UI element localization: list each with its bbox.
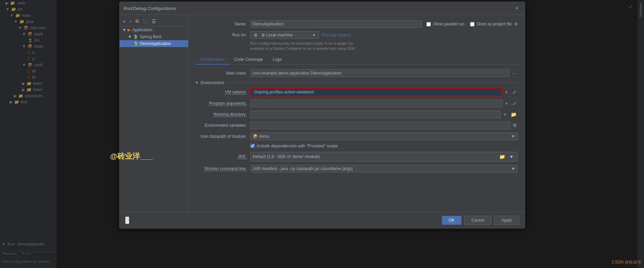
main-class-input-group: ··· <box>250 69 518 77</box>
tab-code-coverage[interactable]: Code Coverage <box>229 55 268 65</box>
module-dropdown-arrow-icon: ▼ <box>511 134 515 139</box>
name-label: Name: <box>195 22 250 26</box>
dialog-overlay: Run/Debug Configurations × + − ⧉ ⬛ ☰ ▼ ▶… <box>0 0 644 268</box>
program-args-input[interactable] <box>250 100 503 107</box>
dialog-titlebar: Run/Debug Configurations × <box>120 2 525 15</box>
machine-dropdown[interactable]: 🖥 🖥 Local machine ▼ <box>250 31 319 39</box>
vm-options-label: VM options: <box>195 90 250 94</box>
module-dropdown[interactable]: 📦 demo ▼ <box>250 133 518 140</box>
main-class-label: Main class: <box>195 71 250 76</box>
add-config-button[interactable]: + <box>122 18 127 25</box>
store-project-checkbox[interactable] <box>470 22 474 26</box>
run-on-label: Run on: <box>195 31 250 37</box>
csdn-watermark: CSDN @砖业洋 <box>612 259 641 265</box>
jre-dropdown-button[interactable]: ▼ <box>508 153 515 160</box>
working-dir-add-button[interactable]: + <box>502 111 507 118</box>
vm-options-input-group: + ⤢ <box>250 88 518 96</box>
shorten-cmd-dropdown[interactable]: JAR manifest - java -cp classpath.jar cl… <box>250 165 518 172</box>
shorten-cmd-label: Shorten command line: <box>195 166 250 171</box>
run-icon: ▶ <box>128 27 131 32</box>
program-args-add-button[interactable]: + <box>504 100 509 107</box>
vm-options-expand-button[interactable]: ⤢ <box>511 89 518 96</box>
program-args-row: Program arguments: + ⤢ <box>195 100 518 107</box>
allow-parallel-checkbox[interactable] <box>426 22 431 26</box>
program-args-input-group: + ⤢ <box>250 100 518 107</box>
vm-options-add-button[interactable]: + <box>504 89 509 96</box>
main-class-row: Main class: ··· <box>195 69 518 77</box>
store-project-option: Store as project file ⚙ <box>470 22 518 26</box>
name-input[interactable] <box>250 20 422 28</box>
config-tree: + − ⧉ ⬛ ☰ ▼ ▶ Application ▼ 🍃 Spring Boo… <box>120 15 188 212</box>
working-dir-label: Working directory: <box>195 112 250 117</box>
section-collapse-icon[interactable]: ▼ <box>195 81 199 85</box>
gear-icon: ⚙ <box>514 22 518 26</box>
run-on-selector: 🖥 🖥 Local machine ▼ Manage targets... <box>250 31 518 39</box>
config-content: Name: Allow parallel run Store as projec… <box>188 15 525 212</box>
classpath-row: Use classpath of module: 📦 demo ▼ <box>195 133 518 140</box>
dialog-body: + − ⧉ ⬛ ☰ ▼ ▶ Application ▼ 🍃 Spring Boo… <box>120 15 525 212</box>
machine-icon: 🖥 <box>253 33 258 37</box>
apply-button[interactable]: Apply <box>494 216 519 225</box>
jre-label: JRE: <box>195 154 250 159</box>
working-dir-browse-button[interactable]: 📁 <box>509 111 518 118</box>
dialog-footer: ? OK Cancel Apply <box>120 212 525 228</box>
help-button[interactable]: ? <box>125 216 130 224</box>
spring-icon: 🍃 <box>133 34 138 39</box>
expand-arrow-icon: ▼ <box>128 34 132 39</box>
main-class-input[interactable] <box>250 69 510 77</box>
env-vars-row: Environment variables: ⧉ <box>195 122 518 129</box>
expand-arrow-icon: ▼ <box>122 27 127 32</box>
jre-browse-button[interactable]: 📁 <box>498 153 506 160</box>
program-args-label: Program arguments: <box>195 101 250 106</box>
section-divider <box>226 82 518 83</box>
tree-toolbar: + − ⧉ ⬛ ☰ <box>120 16 188 26</box>
run-on-row: Run on: 🖥 🖥 Local machine ▼ Manage targe… <box>195 31 518 52</box>
env-vars-label: Environment variables: <box>195 123 250 128</box>
shorten-cmd-row: Shorten command line: JAR manifest - jav… <box>195 165 518 172</box>
filter-config-button[interactable]: ☰ <box>151 18 157 25</box>
close-button[interactable]: × <box>513 5 520 12</box>
shorten-cmd-dropdown-arrow-icon: ▼ <box>511 166 515 171</box>
footer-buttons: OK Cancel Apply <box>442 216 519 225</box>
manage-targets-link[interactable]: Manage targets... <box>322 33 354 37</box>
tab-logs[interactable]: Logs <box>268 55 286 65</box>
module-icon: 📦 <box>253 134 258 139</box>
jre-row: JRE: Default (1.8 - SDK of 'demo' module… <box>195 152 518 161</box>
jre-dropdown[interactable]: Default (1.8 - SDK of 'demo' module) 📁 ▼ <box>250 152 518 161</box>
remove-config-button[interactable]: − <box>129 18 133 25</box>
ok-button[interactable]: OK <box>442 216 461 225</box>
top-options: Allow parallel run Store as project file… <box>426 22 517 26</box>
name-row: Name: Allow parallel run Store as projec… <box>195 20 518 28</box>
classpath-label: Use classpath of module: <box>195 134 250 139</box>
run-debug-dialog: Run/Debug Configurations × + − ⧉ ⬛ ☰ ▼ ▶… <box>119 2 525 228</box>
run-on-hint: Run configurations may be executed local… <box>250 41 422 52</box>
dropdown-arrow-icon: ▼ <box>313 33 316 37</box>
spring-app-icon: 🍃 <box>133 41 139 46</box>
dialog-title: Run/Debug Configurations <box>124 6 176 11</box>
copy-config-button[interactable]: ⧉ <box>135 18 140 25</box>
working-dir-input-group: + 📁 <box>250 111 518 118</box>
program-args-expand-button[interactable]: ⤢ <box>511 100 518 107</box>
move-config-button[interactable]: ⬛ <box>142 18 149 25</box>
jre-input-group: Default (1.8 - SDK of 'demo' module) 📁 ▼ <box>250 152 518 161</box>
tree-item-spring-boot[interactable]: ▼ 🍃 Spring Boot <box>120 33 188 40</box>
tab-configuration[interactable]: Configuration <box>195 55 229 65</box>
main-class-browse-button[interactable]: ··· <box>511 70 518 77</box>
env-vars-input-group: ⧉ <box>250 122 518 129</box>
working-dir-input[interactable] <box>250 111 501 118</box>
include-deps-checkbox[interactable] <box>250 144 255 148</box>
allow-parallel-option: Allow parallel run <box>426 22 464 26</box>
vm-options-row: VM options: + ⤢ <box>195 88 518 96</box>
config-tabs: Configuration Code Coverage Logs <box>195 55 518 65</box>
env-vars-copy-button[interactable]: ⧉ <box>512 122 518 129</box>
tree-item-application[interactable]: ▼ ▶ Application <box>120 26 188 33</box>
vm-options-input[interactable] <box>250 88 503 96</box>
run-on-content: 🖥 🖥 Local machine ▼ Manage targets... Ru… <box>250 31 518 52</box>
environment-section-header: ▼ Environment <box>195 80 518 85</box>
tree-item-demo-application[interactable]: 🍃 DemoApplication <box>120 40 188 47</box>
cancel-button[interactable]: Cancel <box>464 216 491 225</box>
working-dir-row: Working directory: + 📁 <box>195 111 518 118</box>
include-deps-row: Include dependencies with "Provided" sco… <box>195 144 518 148</box>
env-vars-input[interactable] <box>250 122 510 129</box>
